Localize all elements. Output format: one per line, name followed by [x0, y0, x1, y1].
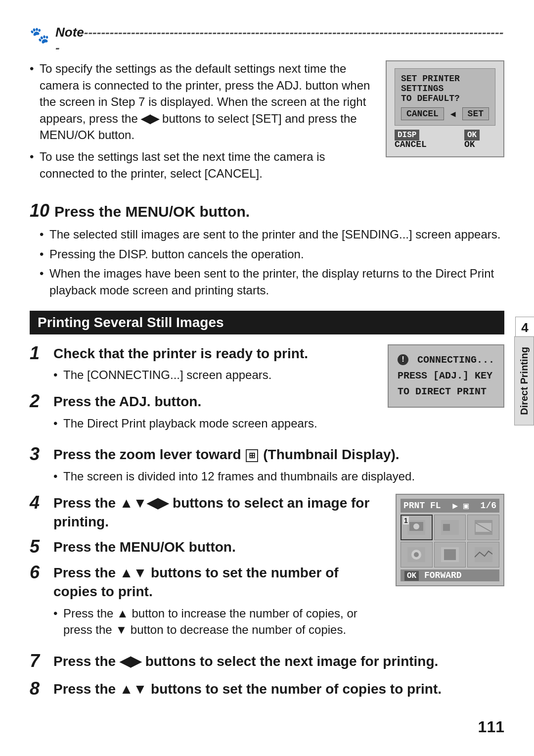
step5-header: 5 Press the MENU/OK button. [30, 538, 381, 557]
disp-badge: DISP [395, 130, 419, 141]
sidebar-number: 4 [515, 317, 534, 339]
step6-number: 6 [30, 564, 48, 581]
connecting-screen: ! CONNECTING... PRESS [ADJ.] KEY TO DIRE… [388, 344, 504, 408]
step1-bullets: The [CONNECTING...] screen appears. [30, 367, 373, 383]
thumb-cell-1: 1 [400, 515, 433, 540]
screen-line2: TO DEFAULT? [401, 94, 489, 103]
thumb-grid: 1 [400, 515, 499, 567]
svg-point-2 [413, 523, 419, 529]
note-icon: 🐾 [30, 26, 49, 45]
note-bullet-2: To use the settings last set the next ti… [30, 148, 371, 182]
thumb-img-2 [441, 520, 459, 535]
step1-title: Check that the printer is ready to print… [53, 344, 308, 363]
step8-header: 8 Press the buttons to set the number of… [30, 680, 504, 699]
thumb-header: PRNT FL ▶ ▣ 1/6 [400, 499, 499, 513]
step5-number: 5 [30, 538, 48, 556]
connecting-icon: ! [398, 354, 408, 365]
svg-rect-12 [444, 549, 456, 560]
svg-rect-4 [443, 524, 450, 531]
screen-buttons-row: CANCEL ◀ SET [401, 107, 489, 120]
thumb-img-6 [475, 547, 492, 562]
note-box: 🐾 Note----------------------------------… [30, 20, 504, 187]
sidebar-label: Direct Printing [514, 336, 534, 425]
step4-header: 4 Press the buttons to select an image f… [30, 494, 381, 531]
thumbnail-screen: PRNT FL ▶ ▣ 1/6 1 [396, 494, 504, 586]
note-bullet-1: To specify the settings as the default s… [30, 60, 371, 143]
step6-bullet-1: Press the button to increase the number … [53, 605, 381, 638]
note-text-area: To specify the settings as the default s… [30, 60, 371, 187]
step3-header: 3 Press the zoom lever toward ⊞ (Thumbna… [30, 445, 504, 464]
step3-section: 3 Press the zoom lever toward ⊞ (Thumbna… [30, 445, 504, 484]
thumb-cell-2 [434, 515, 466, 540]
note-header: 🐾 Note----------------------------------… [30, 25, 504, 55]
svg-point-10 [414, 552, 419, 557]
step1-left: 1 Check that the printer is ready to pri… [30, 344, 373, 437]
step10-header: 10 Press the MENU/OK button. [30, 200, 504, 221]
step8-number: 8 [30, 680, 48, 698]
note-bullets: To specify the settings as the default s… [30, 60, 371, 182]
step8-title: Press the buttons to set the number of c… [53, 680, 442, 699]
step4-left: 4 Press the buttons to select an image f… [30, 494, 381, 643]
step6-header: 6 Press the buttons to set the number of… [30, 564, 381, 601]
step2-title: Press the ADJ. button. [53, 392, 201, 411]
step5-title: Press the MENU/OK button. [53, 538, 236, 557]
step10-title: Press the MENU/OK button. [54, 203, 250, 220]
step10-number: 10 [30, 200, 49, 221]
note-content: To specify the settings as the default s… [30, 60, 504, 187]
thumb-page: 1/6 [481, 501, 496, 511]
step7-header: 7 Press the buttons to select the next i… [30, 652, 504, 671]
thumb-img-5 [441, 547, 459, 562]
step6-bullets: Press the button to increase the number … [30, 605, 381, 638]
step1-with-image: 1 Check that the printer is ready to pri… [30, 344, 504, 437]
step2-number: 2 [30, 392, 48, 410]
thumb-cell-3 [467, 515, 499, 540]
step6-title: Press the buttons to set the number of c… [53, 564, 381, 601]
page-number: 111 [478, 718, 504, 736]
step7-title: Press the buttons to select the next ima… [53, 652, 438, 671]
step1-section: 1 Check that the printer is ready to pri… [30, 344, 504, 437]
screen-footer-row: DISP CANCEL OK OK [395, 130, 495, 149]
step10-bullet-3: When the images have been sent to the pr… [40, 265, 504, 298]
step10-section: 10 Press the MENU/OK button. The selecte… [30, 200, 504, 298]
screen-line1: SET PRINTER SETTINGS [401, 74, 489, 94]
step3-bullets: The screen is divided into 12 frames and… [30, 468, 504, 485]
screen-ok-label: OK OK [464, 130, 495, 149]
section-heading: Printing Several Still Images [30, 311, 504, 334]
screen-cancel-btn: CANCEL [401, 107, 444, 120]
thumb-footer: OK FORWARD [400, 569, 499, 581]
thumb-cell-4 [400, 542, 433, 567]
step7-section: 7 Press the buttons to select the next i… [30, 652, 504, 671]
step10-bullet-1: The selected still images are sent to th… [40, 226, 504, 243]
thumb-cell-6 [467, 542, 499, 567]
screen-disp-label: DISP CANCEL [395, 130, 456, 149]
step1-number: 1 [30, 344, 48, 362]
step4-title: Press the buttons to select an image for… [53, 494, 381, 531]
step4-section: 4 Press the buttons to select an image f… [30, 494, 504, 643]
thumb-icons: ▶ ▣ [452, 500, 468, 511]
zoom-icon: ⊞ [246, 449, 258, 462]
ok-badge: OK [464, 130, 480, 141]
screen-set-btn: SET [462, 107, 489, 120]
step8-section: 8 Press the buttons to set the number of… [30, 680, 504, 699]
step10-bullets: The selected still images are sent to th… [30, 226, 504, 298]
ok-badge-thumb: OK [404, 571, 419, 581]
note-title: Note------------------------------------… [55, 25, 504, 55]
step2-bullet-1: The Direct Print playback mode screen ap… [53, 415, 373, 432]
note-screen: SET PRINTER SETTINGS TO DEFAULT? CANCEL … [386, 60, 504, 157]
screen-arrow: ◀ [450, 108, 456, 119]
thumb-cell-5 [434, 542, 466, 567]
step4-with-image: 4 Press the buttons to select an image f… [30, 494, 504, 643]
thumb-prnt-label: PRNT FL [403, 501, 441, 511]
note-screen-inner: SET PRINTER SETTINGS TO DEFAULT? CANCEL … [395, 68, 495, 126]
step7-number: 7 [30, 652, 48, 670]
step1-bullet-1: The [CONNECTING...] screen appears. [53, 367, 373, 383]
step1-header: 1 Check that the printer is ready to pri… [30, 344, 373, 363]
step2-header: 2 Press the ADJ. button. [30, 392, 373, 411]
step2-bullets: The Direct Print playback mode screen ap… [30, 415, 373, 432]
thumb-img-1 [407, 520, 425, 535]
thumb-img-3 [475, 520, 492, 535]
step3-title: Press the zoom lever toward ⊞ (Thumbnail… [53, 445, 400, 464]
thumb-num-1: 1 [403, 517, 409, 524]
step4-number: 4 [30, 494, 48, 512]
thumb-img-4 [407, 547, 425, 562]
